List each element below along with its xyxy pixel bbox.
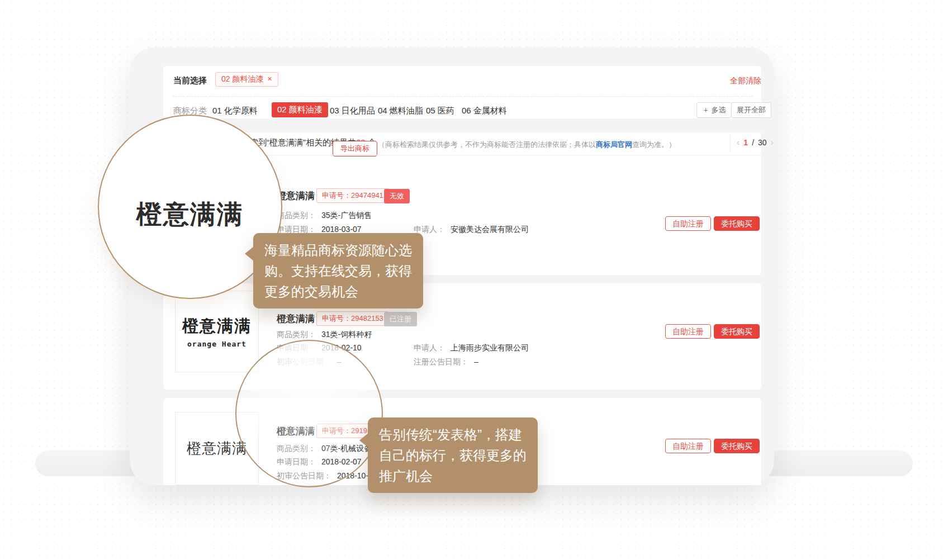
row1-self-register-button[interactable]: 自助注册 (665, 216, 711, 231)
trademark-image-row2[interactable]: 橙意满满 orange Heart (175, 291, 259, 372)
page-separator: / (752, 138, 754, 147)
tooltip-line: 购。支持在线交易，获得 (264, 260, 412, 281)
tooltip-arrow-left-icon (359, 433, 368, 448)
row1-category-field: 商品类别：35类-广告销售 (277, 211, 372, 221)
row1-title: 橙意满满 (277, 189, 315, 202)
category-item-04[interactable]: 04 燃料油脂 (378, 106, 423, 116)
row3-self-register-button[interactable]: 自助注册 (665, 439, 711, 453)
category-item-05[interactable]: 05 医药 (426, 106, 454, 116)
disclaimer-post: 查询为准。） (632, 140, 676, 149)
row1-applicant-field: 申请人：安徽美达会展有限公司 (414, 225, 529, 235)
category-item-03[interactable]: 03 日化用品 (330, 106, 375, 116)
row1-application-number-tag: 申请号：29474941 (316, 188, 389, 203)
disclaimer-text: （商标检索结果仅供参考，不作为商标能否注册的法律依据；具体以商标局官网查询为准。… (378, 140, 676, 150)
app-no-value: 29474941 (351, 191, 383, 200)
trademark-mark-text: 橙意满满 (187, 439, 247, 458)
trademark-office-link[interactable]: 商标局官网 (596, 140, 632, 149)
page: 当前选择 02 颜料油漆× 全部清除 商标分类 01 化学原料 02 颜料油漆 … (0, 0, 948, 560)
total-pages: 30 (758, 138, 767, 147)
current-page: 1 (743, 138, 748, 147)
magnifier-circle-result (235, 340, 383, 487)
clear-all-button[interactable]: 全部清除 (730, 76, 761, 86)
pagination-divider (730, 134, 731, 152)
category-item-01[interactable]: 01 化学原料 (212, 106, 258, 116)
row2-self-register-button[interactable]: 自助注册 (665, 324, 711, 339)
row2-title: 橙意满满 (277, 312, 315, 325)
trademark-mark-subtext: orange Heart (187, 340, 247, 348)
row2-applicant-field: 申请人：上海雨步实业有限公司 (414, 343, 529, 353)
row2-status-badge: 已注册 (384, 312, 417, 326)
expand-all-button[interactable]: 展开全部 (731, 102, 771, 118)
tooltip-line: 自己的标行，获得更多的 (379, 445, 527, 466)
tooltip-arrow-left-icon (245, 246, 254, 261)
prev-page-icon[interactable]: ‹ (737, 139, 740, 146)
tooltip-line: 推广机会 (379, 466, 527, 486)
row2-category-field: 商品类别：31类-饲料种籽 (277, 330, 372, 340)
row3-entrust-purchase-button[interactable]: 委托购买 (714, 439, 760, 453)
next-page-icon[interactable]: › (771, 139, 774, 146)
remove-filter-icon[interactable]: × (267, 74, 272, 83)
disclaimer-pre: （商标检索结果仅供参考，不作为商标能否注册的法律依据；具体以 (378, 140, 596, 149)
magnified-trademark-text: 橙意满满 (136, 197, 244, 232)
selected-filter-tag[interactable]: 02 颜料油漆× (215, 72, 278, 87)
dashed-divider (172, 96, 753, 97)
row2-entrust-purchase-button[interactable]: 委托购买 (714, 324, 760, 339)
app-no-label: 申请号： (322, 191, 351, 200)
category-item-02-active[interactable]: 02 颜料油漆 (272, 102, 328, 117)
export-trademark-button[interactable]: 导出商标 (333, 141, 377, 156)
tooltip-promotion: 告别传统“发表格”，搭建 自己的标行，获得更多的 推广机会 (368, 417, 538, 493)
selected-filter-tag-label: 02 颜料油漆 (221, 74, 263, 83)
category-item-06[interactable]: 06 金属材料 (462, 106, 507, 116)
row2-reg-notice-field: 注册公告日期：– (414, 357, 478, 367)
current-selection-label: 当前选择 (173, 75, 207, 86)
row1-status-badge: 无效 (384, 189, 410, 203)
row1-entrust-purchase-button[interactable]: 委托购买 (714, 216, 760, 231)
row2-application-number-tag: 申请号：29482153 (316, 311, 389, 326)
pagination: ‹ 1 / 30 › (737, 138, 774, 147)
tooltip-line: 告别传统“发表格”，搭建 (379, 424, 527, 445)
tooltip-marketplace: 海量精品商标资源随心选 购。支持在线交易，获得 更多的交易机会 (253, 233, 423, 309)
multi-select-button[interactable]: ＋ 多选 (696, 102, 732, 118)
tooltip-line: 更多的交易机会 (264, 281, 412, 302)
trademark-mark-text: 橙意满满 (182, 315, 252, 338)
tooltip-line: 海量精品商标资源随心选 (264, 240, 412, 260)
